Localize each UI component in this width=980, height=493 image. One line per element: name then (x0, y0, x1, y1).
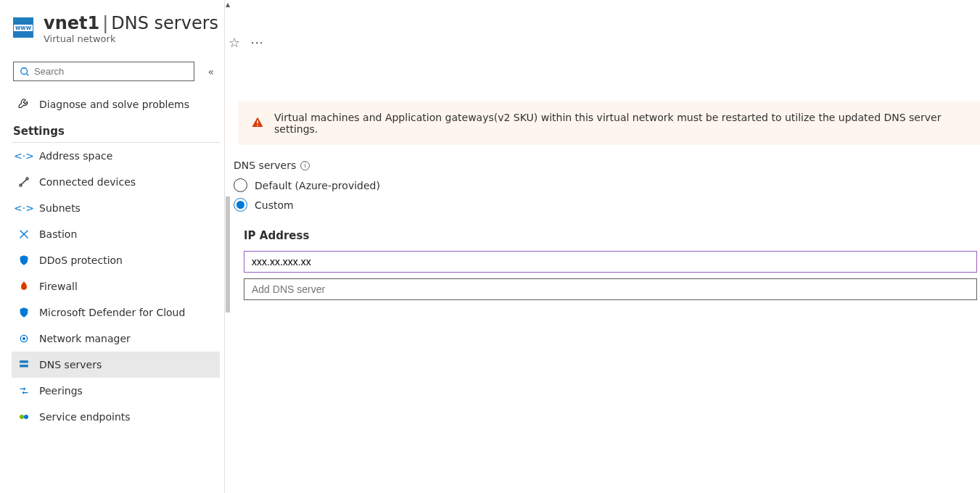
page-title: vnet1|DNS servers (44, 13, 218, 33)
search-input[interactable] (34, 66, 188, 77)
sidebar-item-diagnose[interactable]: Diagnose and solve problems (12, 91, 220, 117)
banner-text: Virtual machines and Application gateway… (274, 112, 967, 135)
dns-servers-icon (17, 358, 30, 371)
bastion-icon (17, 228, 30, 241)
ip-address-input-1[interactable] (244, 251, 977, 273)
shield-icon (17, 254, 30, 267)
resource-type: Virtual network (44, 33, 218, 44)
radio-label: Default (Azure-provided) (255, 180, 380, 191)
network-manager-icon (17, 332, 30, 345)
sidebar-scrollbar[interactable]: ▲ (225, 0, 231, 493)
radio-label: Custom (255, 199, 294, 211)
info-banner: Virtual machines and Application gateway… (238, 102, 980, 145)
svg-rect-7 (20, 365, 28, 368)
subnets-icon: <·> (17, 202, 30, 215)
sidebar-label: Bastion (39, 228, 77, 240)
sidebar-item-network-manager[interactable]: Network manager (12, 326, 220, 352)
defender-shield-icon (17, 306, 30, 319)
scroll-up-arrow-icon[interactable]: ▲ (226, 1, 230, 8)
connected-devices-icon (17, 175, 30, 188)
svg-point-9 (24, 415, 28, 419)
svg-point-0 (21, 67, 28, 74)
svg-point-2 (20, 184, 22, 186)
radio-custom[interactable]: Custom (234, 198, 977, 212)
sidebar-item-address-space[interactable]: <·> Address space (12, 143, 220, 169)
wrench-icon (17, 98, 30, 111)
settings-section-header: Settings (12, 117, 220, 143)
search-box[interactable] (13, 62, 194, 81)
svg-rect-10 (257, 120, 258, 124)
svg-point-5 (23, 338, 25, 340)
radio-default-azure-provided[interactable]: Default (Azure-provided) (234, 178, 977, 192)
sidebar-label: Subnets (39, 202, 81, 214)
sidebar-item-connected-devices[interactable]: Connected devices (12, 169, 220, 195)
page-subtitle-crumb: DNS servers (111, 13, 218, 33)
sidebar-item-service-endpoints[interactable]: Service endpoints (12, 404, 220, 430)
sidebar-label: Diagnose and solve problems (39, 99, 189, 110)
sidebar-item-peerings[interactable]: Peerings (12, 378, 220, 404)
warning-triangle-icon (251, 116, 264, 131)
ip-address-heading: IP Address (244, 229, 977, 242)
sidebar-label: Connected devices (39, 176, 136, 188)
sidebar-item-ddos[interactable]: DDoS protection (12, 247, 220, 273)
sidebar-label: Service endpoints (39, 411, 131, 423)
svg-point-8 (20, 415, 24, 419)
svg-point-3 (26, 178, 28, 180)
service-endpoints-icon (17, 410, 30, 423)
sidebar-label: Address space (39, 150, 112, 162)
sidebar-item-subnets[interactable]: <·> Subnets (12, 195, 220, 221)
sidebar-item-bastion[interactable]: Bastion (12, 221, 220, 247)
sidebar-item-firewall[interactable]: Firewall (12, 273, 220, 299)
svg-rect-11 (257, 125, 258, 126)
add-dns-server-input[interactable] (244, 278, 977, 300)
sidebar-label: Firewall (39, 281, 78, 292)
resource-name: vnet1 (44, 13, 99, 33)
sidebar-item-defender[interactable]: Microsoft Defender for Cloud (12, 299, 220, 326)
info-icon[interactable]: i (300, 161, 310, 170)
address-space-icon: <·> (17, 149, 30, 162)
peerings-icon (17, 384, 30, 397)
search-icon (20, 67, 30, 77)
firewall-icon (17, 280, 30, 293)
vnet-resource-icon: www (13, 17, 33, 38)
svg-line-1 (27, 73, 29, 75)
sidebar-label: Network manager (39, 333, 131, 344)
dns-servers-radio-group: Default (Azure-provided) Custom (234, 178, 977, 212)
sidebar-item-dns-servers[interactable]: DNS servers (12, 352, 220, 378)
sidebar-label: DDoS protection (39, 254, 123, 266)
svg-rect-6 (20, 360, 28, 363)
collapse-sidebar-icon[interactable]: « (207, 66, 214, 78)
sidebar-label: Microsoft Defender for Cloud (39, 307, 185, 318)
sidebar-label: Peerings (39, 385, 83, 397)
dns-servers-label: DNS servers (234, 160, 296, 171)
sidebar-label: DNS servers (39, 359, 102, 370)
scroll-thumb[interactable] (226, 196, 230, 312)
